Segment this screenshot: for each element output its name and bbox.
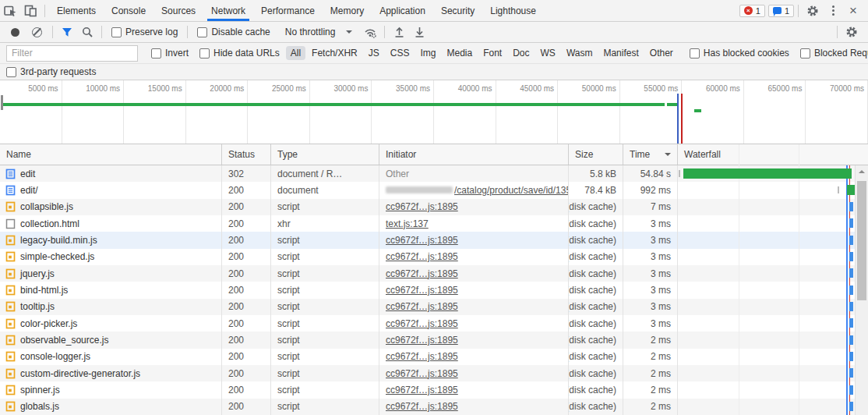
close-x: × [849, 3, 857, 19]
request-type-filter[interactable]: Wasm [562, 46, 598, 60]
time-cell: 7 ms [623, 199, 678, 215]
request-type-filter[interactable]: WS [536, 46, 560, 60]
checkbox-box [197, 27, 207, 37]
request-type-filter[interactable]: Media [442, 46, 477, 60]
column-header-time[interactable]: Time [623, 144, 678, 165]
divider [101, 26, 102, 38]
size-cell: (disk cache) [569, 315, 623, 332]
tab-network[interactable]: Network [203, 0, 253, 21]
preserve-log-checkbox[interactable]: Preserve log [111, 27, 178, 37]
has-blocked-cookies-checkbox[interactable]: Has blocked cookies [690, 48, 789, 59]
requests-table-body: edit 302 document / R… Other 5.8 kB 54.8… [0, 165, 868, 415]
table-row[interactable]: legacy-build.min.js 200 script cc9672f…j… [0, 232, 868, 248]
initiator-link[interactable]: cc9672f…js:1895 [386, 301, 458, 312]
column-header-size[interactable]: Size [569, 144, 623, 165]
initiator-link[interactable]: cc9672f…js:1895 [386, 251, 458, 262]
divider [384, 26, 385, 38]
export-har-icon[interactable] [409, 23, 429, 41]
settings-gear-icon[interactable] [803, 2, 823, 20]
status-cell: 200 [222, 315, 271, 332]
table-row[interactable]: observable_source.js 200 script cc9672f…… [0, 332, 868, 348]
table-row[interactable]: jquery.js 200 script cc9672f…js:1895 (di… [0, 265, 868, 282]
request-type-filter[interactable]: CSS [386, 46, 415, 60]
table-row[interactable]: globals.js 200 script cc9672f…js:1895 (d… [0, 399, 868, 415]
tab-application[interactable]: Application [372, 0, 433, 21]
table-scrollbar[interactable] [855, 165, 868, 415]
initiator-link[interactable]: cc9672f…js:1895 [386, 368, 458, 379]
network-conditions-icon[interactable] [360, 23, 380, 41]
table-row[interactable]: tooltip.js 200 script cc9672f…js:1895 (d… [0, 299, 868, 315]
initiator-link[interactable]: /catalog/product/save/id/13546/type/simp… [454, 185, 569, 196]
table-row[interactable]: bind-html.js 200 script cc9672f…js:1895 … [0, 282, 868, 298]
table-row[interactable]: spinner.js 200 script cc9672f…js:1895 (d… [0, 381, 868, 398]
waterfall-cell [678, 381, 868, 398]
filter-funnel-icon[interactable] [57, 23, 77, 41]
tab-performance[interactable]: Performance [253, 0, 323, 21]
tab-console[interactable]: Console [104, 0, 153, 21]
table-row[interactable]: collection.html 200 xhr text.js:137 (dis… [0, 215, 868, 232]
tab-lighthouse[interactable]: Lighthouse [482, 0, 544, 21]
filter-input[interactable] [6, 45, 138, 62]
size-cell: (disk cache) [569, 381, 623, 398]
table-row[interactable]: console-logger.js 200 script cc9672f…js:… [0, 349, 868, 365]
column-header-type[interactable]: Type [271, 144, 379, 165]
disable-cache-checkbox[interactable]: Disable cache [197, 27, 270, 37]
error-count-badge[interactable]: × 1 [739, 5, 765, 17]
timeline-overview[interactable]: 5000 ms10000 ms15000 ms20000 ms25000 ms3… [0, 80, 868, 144]
initiator-link[interactable]: cc9672f…js:1895 [386, 318, 458, 329]
tab-security[interactable]: Security [433, 0, 482, 21]
table-row[interactable]: collapsible.js 200 script cc9672f…js:189… [0, 199, 868, 215]
tab-memory[interactable]: Memory [323, 0, 372, 21]
tab-label: Console [111, 5, 146, 16]
request-type-filter[interactable]: Other [645, 46, 678, 60]
request-type-filter[interactable]: Img [415, 46, 440, 60]
initiator-link[interactable]: cc9672f…js:1895 [386, 201, 458, 212]
hide-data-urls-checkbox[interactable]: Hide data URLs [199, 48, 280, 59]
request-type-filter[interactable]: Doc [508, 46, 534, 60]
initiator-link[interactable]: text.js:137 [386, 218, 429, 229]
inspect-element-icon[interactable] [0, 2, 20, 20]
tab-elements[interactable]: Elements [49, 0, 104, 21]
third-party-requests-checkbox[interactable]: 3rd-party requests [6, 66, 96, 77]
column-label: Status [228, 149, 255, 160]
status-cell: 200 [222, 381, 271, 398]
table-row[interactable]: color-picker.js 200 script cc9672f…js:18… [0, 315, 868, 332]
import-har-icon[interactable] [389, 23, 409, 41]
more-options-icon[interactable] [823, 2, 843, 20]
table-row[interactable]: simple-checked.js 200 script cc9672f…js:… [0, 249, 868, 265]
column-header-status[interactable]: Status [222, 144, 271, 165]
checkbox-box [6, 67, 16, 77]
network-settings-gear-icon[interactable] [842, 23, 862, 41]
request-type-filter[interactable]: JS [364, 46, 384, 60]
table-row[interactable]: edit/ 200 document /catalog/product/save… [0, 182, 868, 198]
throttling-dropdown[interactable]: No throttling [285, 27, 353, 37]
initiator-link[interactable]: cc9672f…js:1895 [386, 335, 458, 346]
initiator-link[interactable]: cc9672f…js:1895 [386, 285, 458, 296]
console-message-badge[interactable]: 1 [768, 5, 794, 17]
clear-button[interactable] [32, 27, 42, 37]
request-type-filter[interactable]: All [286, 46, 305, 60]
record-button[interactable] [11, 28, 19, 37]
table-row[interactable]: edit 302 document / R… Other 5.8 kB 54.8… [0, 165, 868, 182]
initiator-link[interactable]: cc9672f…js:1895 [386, 235, 458, 246]
script-icon [5, 251, 16, 262]
table-row[interactable]: custom-directive-generator.js 200 script… [0, 365, 868, 381]
device-toolbar-icon[interactable] [20, 2, 41, 20]
request-type-filter[interactable]: Manifest [598, 46, 643, 60]
close-devtools-icon[interactable]: × [843, 2, 863, 20]
invert-checkbox[interactable]: Invert [151, 48, 189, 59]
column-header-initiator[interactable]: Initiator [379, 144, 569, 165]
initiator-link[interactable]: cc9672f…js:1895 [386, 351, 458, 362]
column-header-name[interactable]: Name [0, 144, 222, 165]
search-icon[interactable] [77, 23, 97, 41]
scrollbar-up-arrow[interactable] [856, 165, 868, 178]
request-type-filter[interactable]: Fetch/XHR [307, 46, 362, 60]
scrollbar-thumb[interactable] [857, 181, 866, 300]
initiator-link[interactable]: cc9672f…js:1895 [386, 385, 458, 395]
initiator-link[interactable]: cc9672f…js:1895 [386, 401, 458, 412]
request-type-filter[interactable]: Font [478, 46, 506, 60]
column-header-waterfall[interactable]: Waterfall [678, 144, 868, 165]
blocked-requests-checkbox[interactable]: Blocked Requests [800, 48, 868, 59]
tab-sources[interactable]: Sources [153, 0, 203, 21]
initiator-link[interactable]: cc9672f…js:1895 [386, 268, 458, 279]
